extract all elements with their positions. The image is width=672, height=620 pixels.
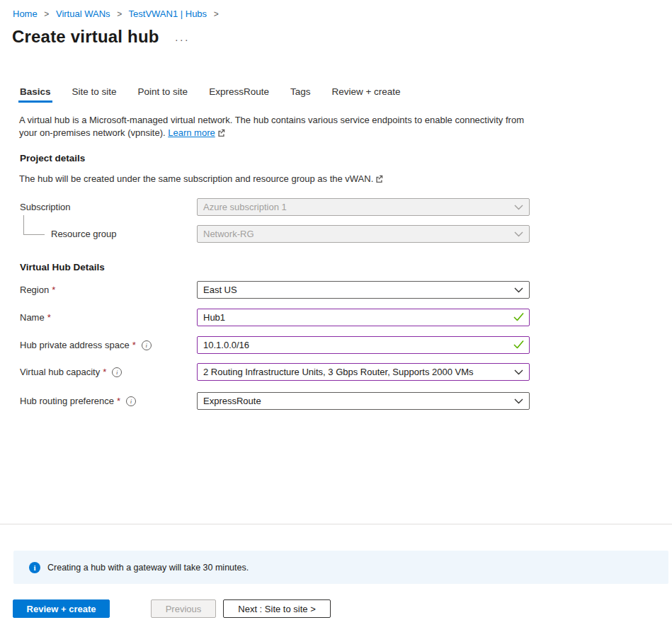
resource-group-label: Resource group (20, 229, 197, 239)
address-space-control (197, 336, 530, 354)
breadcrumb-separator: > (214, 9, 219, 19)
region-row: Region * East US (20, 281, 530, 299)
address-space-label: Hub private address space * i (20, 340, 197, 350)
project-details-heading: Project details (20, 153, 85, 163)
subscription-label: Subscription (20, 202, 197, 212)
subscription-control: Azure subscription 1 (197, 198, 530, 216)
previous-button: Previous (151, 599, 216, 618)
external-link-icon (217, 127, 225, 140)
routing-preference-label-text: Hub routing preference (20, 396, 114, 406)
routing-preference-dropdown[interactable]: ExpressRoute (197, 392, 530, 410)
chevron-down-icon (514, 202, 523, 212)
name-input[interactable] (197, 309, 530, 326)
title-row: Create virtual hub ··· (12, 27, 190, 47)
address-space-label-text: Hub private address space (20, 340, 130, 350)
region-value: East US (203, 285, 237, 295)
more-menu-icon[interactable]: ··· (175, 29, 190, 45)
virtual-hub-details-heading: Virtual Hub Details (20, 262, 105, 272)
required-asterisk: * (52, 285, 55, 295)
chevron-down-icon (514, 367, 523, 377)
learn-more-link[interactable]: Learn more (168, 127, 215, 138)
breadcrumb: Home > Virtual WANs > TestVWAN1 | Hubs > (13, 8, 223, 19)
breadcrumb-virtual-wans[interactable]: Virtual WANs (56, 8, 110, 19)
info-icon[interactable]: i (112, 367, 122, 377)
capacity-control: 2 Routing Infrastructure Units, 3 Gbps R… (197, 363, 530, 381)
capacity-label: Virtual hub capacity * i (20, 367, 197, 377)
routing-preference-row: Hub routing preference * i ExpressRoute (20, 392, 530, 410)
required-asterisk: * (117, 396, 120, 406)
breadcrumb-separator: > (117, 9, 122, 19)
info-banner-icon: i (29, 562, 40, 573)
tab-point-to-site[interactable]: Point to site (138, 86, 188, 103)
region-dropdown[interactable]: East US (197, 281, 530, 299)
capacity-label-text: Virtual hub capacity (20, 367, 100, 377)
create-virtual-hub-page: Home > Virtual WANs > TestVWAN1 | Hubs >… (0, 0, 672, 620)
required-asterisk: * (47, 312, 51, 323)
breadcrumb-testvwan1-hubs[interactable]: TestVWAN1 | Hubs (129, 8, 207, 19)
tab-tags[interactable]: Tags (290, 86, 311, 103)
intro-text: A virtual hub is a Microsoft-managed vir… (19, 114, 536, 140)
resource-group-row: Resource group Network-RG (20, 225, 530, 243)
next-site-to-site-button[interactable]: Next : Site to site > (223, 599, 331, 618)
info-icon[interactable]: i (126, 396, 136, 406)
tab-review-create[interactable]: Review + create (331, 86, 400, 103)
address-space-input[interactable] (197, 336, 530, 354)
info-banner-text: Creating a hub with a gateway will take … (47, 563, 249, 573)
name-row: Name * (20, 309, 530, 326)
resource-group-value: Network-RG (203, 229, 254, 239)
tab-expressroute[interactable]: ExpressRoute (209, 86, 269, 103)
region-label-text: Region (20, 285, 49, 295)
region-control: East US (197, 281, 530, 299)
capacity-dropdown[interactable]: 2 Routing Infrastructure Units, 3 Gbps R… (197, 363, 530, 381)
address-space-row: Hub private address space * i (20, 336, 530, 354)
info-banner: i Creating a hub with a gateway will tak… (13, 551, 668, 584)
resource-group-dropdown: Network-RG (197, 225, 530, 243)
region-label: Region * (20, 285, 197, 295)
required-asterisk: * (103, 367, 106, 377)
chevron-down-icon (514, 396, 523, 406)
chevron-down-icon (514, 285, 523, 295)
subscription-row: Subscription Azure subscription 1 (20, 198, 530, 216)
name-control (197, 309, 530, 326)
review-create-button[interactable]: Review + create (13, 599, 110, 618)
resource-group-control: Network-RG (197, 225, 530, 243)
subscription-value: Azure subscription 1 (203, 202, 287, 212)
page-title: Create virtual hub (12, 27, 159, 47)
footer-buttons: Review + create Previous Next : Site to … (13, 599, 331, 618)
routing-preference-control: ExpressRoute (197, 392, 530, 410)
external-link-icon (375, 174, 383, 185)
routing-preference-value: ExpressRoute (203, 396, 261, 406)
capacity-row: Virtual hub capacity * i 2 Routing Infra… (20, 363, 530, 381)
footer-divider (0, 524, 672, 524)
capacity-value: 2 Routing Infrastructure Units, 3 Gbps R… (203, 367, 474, 377)
subscription-dropdown: Azure subscription 1 (197, 198, 530, 216)
breadcrumb-separator: > (44, 9, 49, 19)
tab-bar: Basics Site to site Point to site Expres… (20, 86, 401, 103)
tab-basics[interactable]: Basics (20, 86, 51, 103)
valid-check-icon (513, 340, 524, 350)
tab-site-to-site[interactable]: Site to site (72, 86, 117, 103)
project-description-text: The hub will be created under the same s… (19, 173, 373, 184)
intro-description: A virtual hub is a Microsoft-managed vir… (19, 115, 524, 138)
name-label-text: Name (20, 312, 45, 323)
routing-preference-label: Hub routing preference * i (20, 396, 197, 406)
project-details-description: The hub will be created under the same s… (19, 173, 383, 185)
name-label: Name * (20, 312, 197, 323)
chevron-down-icon (514, 229, 523, 239)
required-asterisk: * (132, 340, 136, 350)
valid-check-icon (513, 312, 524, 323)
info-icon[interactable]: i (142, 340, 152, 350)
breadcrumb-home[interactable]: Home (13, 8, 38, 19)
